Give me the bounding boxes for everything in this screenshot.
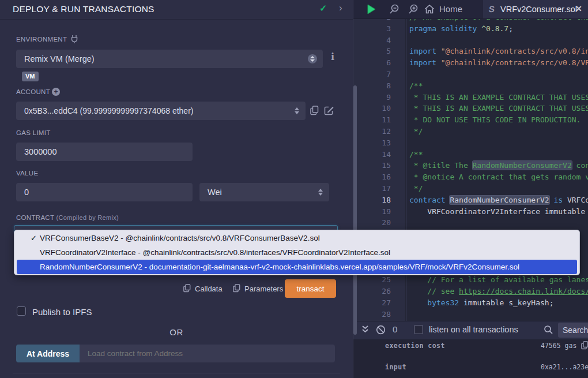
line-number: 16 — [353, 171, 391, 183]
contract-label: CONTRACT (Compiled by Remix) — [16, 214, 119, 221]
plug-icon — [70, 35, 78, 43]
copy-value-icon[interactable] — [581, 341, 588, 350]
select-caret-icon — [308, 54, 317, 63]
code-line[interactable]: 3pragma solidity ^0.8.7; — [353, 23, 588, 35]
environment-label: ENVIRONMENT — [16, 36, 67, 43]
panel-collapse-chevron-icon[interactable]: › — [339, 2, 342, 14]
code-line[interactable]: 8/** — [353, 80, 588, 92]
code-line[interactable]: 28 — [353, 309, 588, 320]
tab-file-label: VRFv2Consumer.sol — [500, 0, 577, 18]
panel-title: DEPLOY & RUN TRANSACTIONS — [13, 4, 154, 14]
compile-success-check-icon: ✓ — [319, 3, 327, 14]
code-line[interactable]: 10 * THIS IS AN EXAMPLE CONTRACT THAT US… — [353, 103, 588, 114]
vm-badge: VM — [22, 72, 39, 81]
code-line[interactable]: 16 * @notice A contract that gets random… — [353, 171, 588, 183]
edit-account-icon[interactable] — [324, 106, 334, 115]
terminal-log[interactable]: execution cost47565 gasinput0xa21...a23e… — [353, 339, 588, 378]
terminal-row-value: 0xa21...a23e4 — [541, 363, 588, 371]
code-line[interactable]: 4 — [353, 35, 588, 46]
calldata-copy-icon[interactable] — [183, 284, 191, 293]
selected-check-icon: ✓ — [31, 231, 37, 245]
zoom-out-icon[interactable] — [389, 4, 399, 14]
listen-checkbox[interactable] — [414, 325, 423, 334]
tab-home-label: Home — [439, 4, 462, 14]
line-number: 14 — [353, 149, 391, 160]
account-caret-icon — [294, 106, 300, 115]
line-number: 28 — [353, 309, 391, 320]
code-line[interactable]: 17 */ — [353, 183, 588, 194]
panel-scrollbar[interactable] — [353, 85, 357, 335]
terminal-clear-icon[interactable] — [376, 325, 386, 335]
line-number: 6 — [353, 57, 391, 69]
code-line[interactable]: 14/** — [353, 149, 588, 160]
code-line[interactable]: 27 bytes32 immutable s_keyHash; — [353, 297, 588, 309]
code-line[interactable]: 15 * @title The RandomNumberConsumerV2 c… — [353, 160, 588, 171]
line-number: 20 — [353, 217, 391, 229]
zoom-in-icon[interactable] — [408, 4, 419, 14]
at-address-button[interactable]: At Address — [16, 345, 80, 362]
line-number: 8 — [353, 80, 391, 92]
line-number: 4 — [353, 35, 391, 46]
solidity-file-icon: S — [488, 4, 495, 14]
line-number: 12 — [353, 126, 391, 137]
code-line[interactable]: 11 * DO NOT USE THIS CODE IN PRODUCTION. — [353, 114, 588, 126]
tab-active-file[interactable]: S VRFv2Consumer.sol ✕ — [483, 0, 588, 18]
line-number: 26 — [353, 286, 391, 297]
line-number: 3 — [353, 23, 391, 35]
line-number: 7 — [353, 69, 391, 80]
parameters-label[interactable]: Parameters — [244, 285, 283, 293]
line-number: 17 — [353, 183, 391, 194]
code-line[interactable]: 6import "@chainlink/contracts/src/v0.8/V… — [353, 57, 588, 69]
line-number: 13 — [353, 137, 391, 149]
panel-header: DEPLOY & RUN TRANSACTIONS ✓ › — [0, 0, 353, 20]
code-line[interactable]: 20 — [353, 217, 588, 229]
section-divider — [13, 373, 340, 373]
line-number: 15 — [353, 160, 391, 171]
terminal-search-input[interactable] — [558, 323, 588, 338]
code-line[interactable]: 5import "@chainlink/contracts/src/v0.8/i… — [353, 46, 588, 57]
value-input[interactable]: 0 — [16, 183, 193, 201]
calldata-label[interactable]: Calldata — [195, 285, 223, 293]
terminal-row-value: 47565 gas — [541, 342, 576, 350]
environment-select[interactable]: Remix VM (Merge) — [16, 50, 323, 68]
line-number: 11 — [353, 114, 391, 126]
transact-button[interactable]: transact — [285, 279, 336, 298]
run-script-icon[interactable] — [367, 4, 376, 14]
code-line[interactable]: 9 * THIS IS AN EXAMPLE CONTRACT THAT USE… — [353, 92, 588, 103]
add-account-icon[interactable]: + — [52, 88, 60, 96]
gas-limit-label: GAS LIMIT — [16, 129, 51, 136]
contract-dropdown: ✓VRFConsumerBaseV2 - @chainlink/contract… — [14, 230, 580, 275]
terminal-row-key: input — [385, 363, 406, 371]
dropdown-option[interactable]: RandomNumberConsumerV2 - documentation-g… — [17, 260, 577, 274]
terminal-expand-icon[interactable] — [361, 324, 369, 335]
code-line[interactable]: 18contract RandomNumberConsumerV2 is VRF… — [353, 194, 588, 206]
parameters-copy-icon[interactable] — [233, 284, 240, 293]
account-select[interactable]: 0x5B3...eddC4 (99.99999999997374068 ethe… — [16, 102, 306, 120]
code-line[interactable]: 19 VRFCoordinatorV2Interface immutable C… — [353, 206, 588, 218]
tab-home[interactable]: Home — [424, 0, 462, 18]
line-number: 19 — [353, 206, 391, 218]
dropdown-option[interactable]: ✓VRFConsumerBaseV2 - @chainlink/contract… — [14, 231, 579, 245]
gas-limit-input[interactable]: 3000000 — [16, 143, 193, 161]
code-line[interactable]: 26 // see https://docs.chain.link/docs/v… — [353, 286, 588, 297]
dropdown-option[interactable]: VRFCoordinatorV2Interface - @chainlink/c… — [14, 245, 579, 260]
value-label: VALUE — [16, 170, 38, 177]
line-number: 25 — [353, 274, 391, 286]
code-line[interactable]: 25 // For a list of available gas lanes … — [353, 274, 588, 286]
unit-caret-icon — [318, 188, 323, 197]
terminal-search-icon[interactable] — [544, 325, 553, 334]
code-line[interactable]: 12 */ — [353, 126, 588, 137]
line-number: 5 — [353, 46, 391, 57]
code-line[interactable]: 7 — [353, 69, 588, 80]
copy-account-icon[interactable] — [310, 106, 319, 115]
account-label: ACCOUNT — [16, 88, 50, 95]
unit-select[interactable]: Wei — [199, 183, 329, 201]
publish-checkbox[interactable] — [17, 306, 26, 316]
unit-value: Wei — [208, 188, 222, 197]
environment-info-icon[interactable]: i — [331, 51, 334, 62]
terminal-count-badge: 0 — [393, 324, 397, 334]
at-address-input[interactable] — [80, 345, 335, 362]
code-line[interactable]: 13 — [353, 137, 588, 149]
line-number: 10 — [353, 103, 391, 114]
close-tab-icon[interactable]: ✕ — [575, 4, 582, 13]
